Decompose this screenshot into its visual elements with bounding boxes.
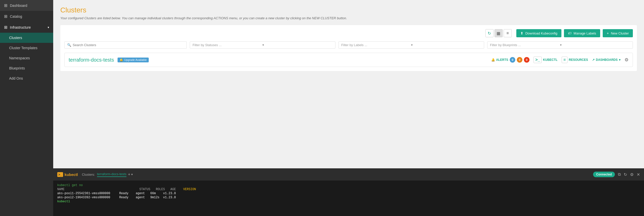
- alerts-group: 🔔 ALERTS 0 0 0: [491, 57, 529, 63]
- filters-row: 🔍 Filter by Statuses ... ▾ Filter by Lab…: [64, 41, 633, 49]
- close-terminal-button[interactable]: ✕: [637, 172, 640, 177]
- list-icon: ≡: [562, 57, 567, 63]
- search-input[interactable]: [73, 43, 184, 47]
- connected-badge: Connected: [593, 172, 615, 177]
- refresh-terminal-button[interactable]: ↻: [624, 172, 627, 177]
- tag-icon: 🏷: [568, 31, 572, 35]
- sidebar-label-clusters: Clusters: [9, 36, 22, 40]
- infrastructure-icon: ⊞: [4, 25, 7, 30]
- kubectl-bar: >_ kubectl Clusters: terraform-docs-test…: [53, 168, 644, 181]
- alert-count-2: 0: [524, 57, 529, 63]
- plus-icon: +: [607, 31, 609, 35]
- search-filter[interactable]: 🔍: [64, 41, 187, 49]
- terminal-command: kubectl get no: [57, 184, 640, 187]
- grid-view-button[interactable]: ▦: [495, 29, 503, 37]
- resources-button[interactable]: ≡ RESOURCES: [562, 57, 588, 63]
- sidebar-label-blueprints: Blueprints: [9, 66, 25, 70]
- chevron-down-icon: ▾: [560, 43, 630, 47]
- status-filter-label: Filter by Statuses ...: [193, 43, 263, 47]
- blueprints-filter-label: Filter by Blueprints ...: [490, 43, 560, 47]
- main-content: Clusters Your configured Clusters are li…: [53, 0, 644, 216]
- sidebar-label-namespaces: Namespaces: [9, 56, 30, 60]
- alerts-label: 🔔 ALERTS: [491, 58, 508, 62]
- download-icon: ⬆: [520, 31, 523, 35]
- sidebar-label-catalog: Catalog: [10, 14, 22, 19]
- sidebar-item-catalog[interactable]: ⊞ Catalog: [0, 11, 53, 22]
- bell-icon: 🔔: [120, 58, 123, 62]
- terminal: kubectl get no NAME STATUS ROLES AGE VER…: [53, 181, 644, 216]
- terminal-row-0: aks-pool1-25542361-vmss000000 Ready agen…: [57, 192, 640, 195]
- sidebar-item-add-ons[interactable]: Add Ons: [0, 73, 53, 83]
- sidebar-label-dashboard: Dashboard: [10, 4, 27, 8]
- search-icon: 🔍: [67, 43, 71, 47]
- page-subtitle: Your configured Clusters are listed belo…: [60, 16, 637, 20]
- kubectl-label: >_ kubectl: [57, 172, 78, 177]
- terminal-row-1: aks-pool2-19643392-vmss000000 Ready agen…: [57, 196, 640, 199]
- terminal-icon: >_: [534, 57, 542, 63]
- terminal-header: NAME STATUS ROLES AGE VERSION: [57, 188, 640, 191]
- download-kubeconfig-button[interactable]: ⬆ Download Kubeconfig: [516, 29, 561, 37]
- sidebar-item-infrastructure[interactable]: ⊞ Infrastructure ▾: [0, 22, 53, 33]
- labels-filter-label: Filter by Labels ...: [341, 43, 411, 47]
- chart-icon: ↗: [592, 58, 595, 62]
- clusters-label: Clusters:: [82, 173, 95, 176]
- catalog-icon: ⊞: [4, 14, 7, 19]
- cluster-header: terraform-docs-tests 🔔 Upgrade Available…: [65, 53, 633, 67]
- sidebar-item-dashboard[interactable]: ⊞ Dashboard: [0, 0, 53, 11]
- manage-labels-button[interactable]: 🏷 Manage Labels: [564, 29, 600, 37]
- sidebar-label-cluster-templates: Cluster Templates: [9, 46, 37, 50]
- add-tab-button[interactable]: +: [128, 172, 130, 177]
- chevron-down-icon: ▾: [619, 58, 620, 62]
- cluster-card: terraform-docs-tests 🔔 Upgrade Available…: [64, 53, 633, 67]
- chevron-down-icon: ▾: [48, 26, 49, 29]
- terminal-prompt-line[interactable]: kubectl: [57, 200, 640, 203]
- blueprints-filter[interactable]: Filter by Blueprints ... ▾: [487, 41, 633, 49]
- list-view-button[interactable]: ≡: [504, 29, 512, 37]
- terminal-settings-button[interactable]: ⚙: [630, 172, 634, 177]
- cluster-settings-button[interactable]: ⚙: [624, 57, 629, 63]
- alert-count-1: 0: [517, 57, 522, 63]
- upgrade-badge: 🔔 Upgrade Available: [118, 58, 149, 62]
- page-title: Clusters: [60, 6, 637, 14]
- chevron-down-icon: ▾: [411, 43, 481, 47]
- labels-filter[interactable]: Filter by Labels ... ▾: [338, 41, 484, 49]
- dashboards-button[interactable]: ↗ DASHBOARDS ▾: [592, 58, 620, 62]
- kubectl-button[interactable]: >_ KUBECTL: [534, 57, 558, 63]
- kubectl-bar-actions: Connected ⧉ ↻ ⚙ ✕: [593, 172, 640, 177]
- open-external-button[interactable]: ⧉: [618, 172, 621, 177]
- sidebar-label-add-ons: Add Ons: [9, 76, 23, 80]
- dashboard-icon: ⊞: [4, 3, 7, 8]
- toolbar: ↻ ▦ ≡ ⬆ Download Kubeconfig 🏷 Manage Lab…: [64, 29, 633, 37]
- new-cluster-button[interactable]: + New Cluster: [603, 29, 633, 37]
- status-filter[interactable]: Filter by Statuses ... ▾: [190, 41, 335, 49]
- bell-icon-sm: 🔔: [491, 58, 495, 62]
- content-area: Clusters Your configured Clusters are li…: [53, 0, 644, 168]
- tab-dropdown-button[interactable]: ▾: [131, 173, 133, 176]
- chevron-down-icon: ▾: [262, 43, 333, 47]
- sidebar-item-namespaces[interactable]: Namespaces: [0, 53, 53, 63]
- cluster-actions: 🔔 ALERTS 0 0 0 >_ KUBECTL: [491, 57, 629, 63]
- sidebar-item-clusters[interactable]: Clusters: [0, 33, 53, 43]
- refresh-button[interactable]: ↻: [485, 29, 494, 37]
- terminal-box-icon: >_: [57, 172, 63, 177]
- cluster-name-link[interactable]: terraform-docs-tests: [69, 57, 114, 63]
- alert-count-0: 0: [510, 57, 515, 63]
- view-toggle: ↻ ▦ ≡: [485, 29, 512, 37]
- sidebar-item-blueprints[interactable]: Blueprints: [0, 63, 53, 73]
- sidebar-item-cluster-templates[interactable]: Cluster Templates: [0, 43, 53, 53]
- sidebar: ⊞ Dashboard ⊞ Catalog ⊞ Infrastructure ▾…: [0, 0, 53, 216]
- clusters-panel: ↻ ▦ ≡ ⬆ Download Kubeconfig 🏷 Manage Lab…: [60, 25, 637, 71]
- cluster-tab[interactable]: terraform-docs-tests: [97, 172, 126, 177]
- sidebar-label-infrastructure: Infrastructure: [10, 25, 31, 29]
